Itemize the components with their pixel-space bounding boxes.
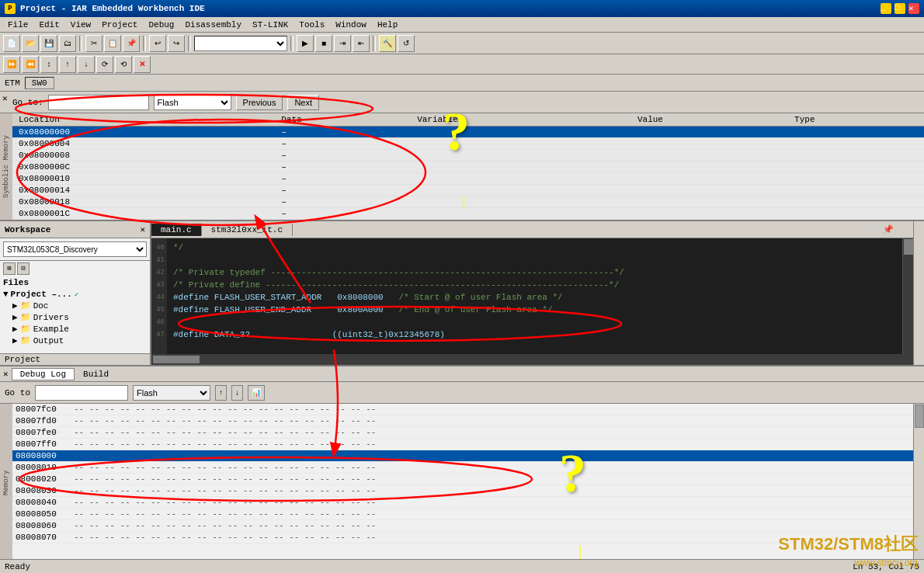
tree-example[interactable]: ▶ 📁 Example <box>0 323 150 335</box>
new-btn[interactable]: 📄 <box>3 35 20 52</box>
top-flash-select[interactable]: Flash <box>154 95 231 110</box>
menu-stlink[interactable]: ST-LINK <box>248 19 293 30</box>
table-row[interactable]: 0x08000000– <box>12 127 924 138</box>
project-name: Project –... <box>11 290 72 299</box>
save-all-btn[interactable]: 🗂 <box>59 35 76 52</box>
list-item[interactable]: 08008010-- -- -- -- -- -- -- -- -- -- --… <box>12 462 913 474</box>
menu-view[interactable]: View <box>66 19 96 30</box>
table-row[interactable]: 0x08000014– <box>12 185 924 196</box>
table-row[interactable]: 0x0800001C– <box>12 208 924 220</box>
ws-icon-2[interactable]: ⊟ <box>17 262 30 275</box>
hscroll-thumb[interactable] <box>153 356 200 363</box>
list-item[interactable]: 08007fc0-- -- -- -- -- -- -- -- -- -- --… <box>12 404 913 415</box>
next-btn[interactable]: Next <box>287 95 319 110</box>
list-item[interactable]: 08007ff0-- -- -- -- -- -- -- -- -- -- --… <box>12 439 913 450</box>
redo-btn[interactable]: ↪ <box>168 35 185 52</box>
menu-window[interactable]: Window <box>331 19 371 30</box>
tab-stm32-it[interactable]: stm32l0xx_it.c <box>202 224 293 236</box>
debug-step-btn[interactable]: ⇥ <box>334 35 351 52</box>
top-goto-input[interactable] <box>48 95 149 110</box>
reset-btn[interactable]: ↺ <box>398 35 415 52</box>
workspace-close-btn[interactable]: ✕ <box>140 224 145 234</box>
tb2-btn5[interactable]: ↓ <box>78 56 95 73</box>
bottom-nav-btn1[interactable]: ↑ <box>215 385 227 401</box>
folder-icon: 📁 <box>20 300 31 311</box>
list-item[interactable]: 08007fe0-- -- -- -- -- -- -- -- -- -- --… <box>12 427 913 439</box>
table-row[interactable]: 0x08000004– <box>12 138 924 150</box>
table-row[interactable]: 0x08000010– <box>12 173 924 185</box>
table-row[interactable]: 0x08000018– <box>12 196 924 208</box>
list-item[interactable]: 08008020-- -- -- -- -- -- -- -- -- -- --… <box>12 474 913 485</box>
editor-pin-btn[interactable]: 📌 <box>878 223 898 236</box>
build-btn[interactable]: 🔨 <box>379 35 396 52</box>
tb2-btn6[interactable]: ⟳ <box>96 56 113 73</box>
editor-content[interactable]: */ /* Private typedef ------------------… <box>167 238 902 354</box>
table-row[interactable]: 0x0800000C– <box>12 161 924 173</box>
minimize-btn[interactable]: _ <box>881 3 891 14</box>
editor-hscroll[interactable] <box>151 354 913 365</box>
bottom-close-btn[interactable]: ✕ <box>3 369 9 379</box>
list-item[interactable]: 08008060-- -- -- -- -- -- -- -- -- -- --… <box>12 520 913 532</box>
debug-out-btn[interactable]: ⇤ <box>353 35 370 52</box>
app-icon: P <box>5 3 16 14</box>
project-bottom-tab[interactable]: Project <box>0 353 150 365</box>
tb2-btn1[interactable]: ⏩ <box>3 56 20 73</box>
tree-output[interactable]: ▶ 📁 Output <box>0 335 150 346</box>
menu-tools[interactable]: Tools <box>294 19 329 30</box>
save-btn[interactable]: 💾 <box>40 35 57 52</box>
editor-close-btn[interactable]: ✕ <box>898 223 913 236</box>
tb2-btn3[interactable]: ↕ <box>40 56 57 73</box>
menu-disassembly[interactable]: Disassembly <box>180 19 246 30</box>
list-item[interactable]: 08007fd0-- -- -- -- -- -- -- -- -- -- --… <box>12 415 913 427</box>
close-btn[interactable]: ✕ <box>908 3 919 14</box>
menu-debug[interactable]: Debug <box>144 19 179 30</box>
tb2-btn7[interactable]: ⟲ <box>115 56 132 73</box>
list-item[interactable]: 08008050-- -- -- -- -- -- -- -- -- -- --… <box>12 509 913 520</box>
menu-help[interactable]: Help <box>373 19 402 30</box>
undo-btn[interactable]: ↩ <box>149 35 166 52</box>
bottom-right-scroll[interactable] <box>913 404 924 562</box>
stop-debug-btn[interactable]: ✕ <box>134 56 151 73</box>
list-item[interactable]: 08008000-- -- -- -- -- -- -- -- -- -- --… <box>12 450 913 462</box>
memory-side-label: Memory <box>0 404 12 562</box>
cut-btn[interactable]: ✂ <box>85 35 102 52</box>
target-select[interactable] <box>194 36 287 51</box>
editor-vscroll[interactable] <box>902 238 913 354</box>
menu-project[interactable]: Project <box>97 19 142 30</box>
menu-edit[interactable]: Edit <box>34 19 64 30</box>
ws-icon-1[interactable]: ⊞ <box>3 262 16 275</box>
right-panel-scroll[interactable] <box>913 221 924 365</box>
bottom-nav-btn2[interactable]: ↓ <box>231 385 243 401</box>
tb2-btn4[interactable]: ↑ <box>59 56 76 73</box>
vscroll-thumb[interactable] <box>904 239 913 255</box>
bottom-flash-select[interactable]: Flash <box>133 385 210 401</box>
bottom-goto-input[interactable] <box>35 385 128 401</box>
previous-btn[interactable]: Previous <box>236 95 283 110</box>
paste-btn[interactable]: 📌 <box>123 35 140 52</box>
copy-btn[interactable]: 📋 <box>104 35 121 52</box>
list-item[interactable]: 08008030-- -- -- -- -- -- -- -- -- -- --… <box>12 485 913 497</box>
tab-debug-log[interactable]: Debug Log <box>12 368 75 380</box>
list-item[interactable]: 08008040-- -- -- -- -- -- -- -- -- -- --… <box>12 497 913 509</box>
maximize-btn[interactable]: □ <box>894 3 905 14</box>
top-panel-close[interactable]: ✕ <box>2 93 8 103</box>
separator-4 <box>290 36 294 51</box>
debug-stop-btn[interactable]: ■ <box>315 35 332 52</box>
list-item[interactable]: 08008070-- -- -- -- -- -- -- -- -- -- --… <box>12 532 913 543</box>
table-row[interactable]: 0x08000008– <box>12 150 924 161</box>
bottom-chart-btn[interactable]: 📊 <box>248 385 265 401</box>
debug-play-btn[interactable]: ▶ <box>297 35 314 52</box>
expand-icon: ▶ <box>12 324 18 334</box>
open-btn[interactable]: 📂 <box>22 35 39 52</box>
tab-build[interactable]: Build <box>75 368 117 380</box>
tab-main-c[interactable]: main.c <box>151 224 202 236</box>
tree-drivers[interactable]: ▶ 📁 Drivers <box>0 311 150 323</box>
project-root-item[interactable]: ▼ Project –... ✓ <box>0 289 150 300</box>
device-select[interactable]: STM32L053C8_Discovery <box>3 241 147 257</box>
tb2-btn2[interactable]: ⏪ <box>22 56 39 73</box>
bottom-vscroll-thumb[interactable] <box>915 405 924 428</box>
symbolic-memory-label: Symbolic Memory <box>0 113 12 220</box>
tree-doc[interactable]: ▶ 📁 Doc <box>0 300 150 311</box>
menu-file[interactable]: File <box>3 19 33 30</box>
bottom-goto-label: Go to <box>5 388 30 398</box>
